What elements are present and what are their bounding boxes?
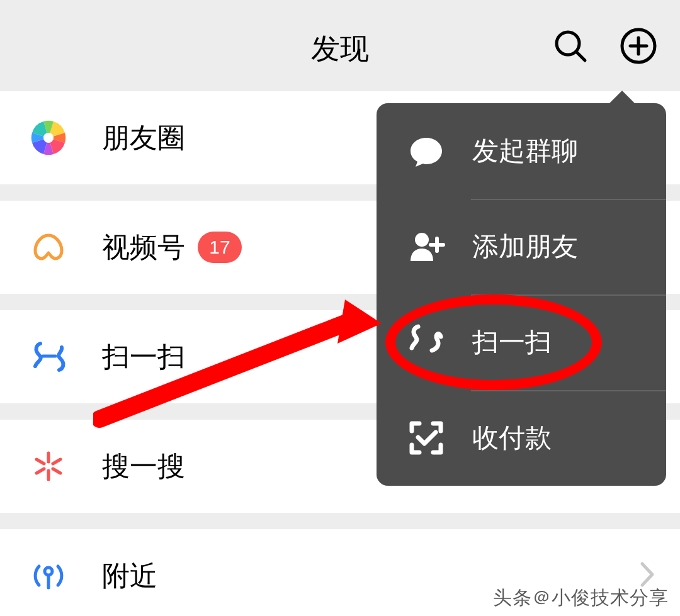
svg-line-1 bbox=[577, 52, 585, 60]
separator bbox=[0, 513, 680, 529]
row-label: 视频号 bbox=[102, 229, 185, 266]
unread-badge: 17 bbox=[198, 232, 242, 263]
payment-icon bbox=[405, 417, 447, 459]
nearby-icon bbox=[30, 557, 67, 594]
scan-icon bbox=[30, 339, 67, 375]
popup-item-money[interactable]: 收付款 bbox=[377, 390, 666, 486]
moments-icon bbox=[30, 120, 67, 156]
popup-label: 收付款 bbox=[472, 420, 552, 456]
popup-item-group-chat[interactable]: 发起群聊 bbox=[377, 103, 666, 199]
row-label: 朋友圈 bbox=[102, 120, 185, 157]
add-friend-icon bbox=[405, 226, 447, 267]
popup-item-scan[interactable]: 扫一扫 bbox=[377, 294, 666, 390]
plus-icon[interactable] bbox=[620, 27, 657, 65]
popup-label: 发起群聊 bbox=[472, 133, 578, 169]
svg-point-5 bbox=[43, 133, 54, 143]
svg-line-11 bbox=[53, 459, 60, 464]
search-asterisk-icon bbox=[30, 448, 67, 484]
svg-line-9 bbox=[53, 469, 60, 473]
row-label: 附近 bbox=[102, 557, 157, 595]
header: 发现 bbox=[0, 0, 680, 91]
watermark: 头条＠小俊技术分享 bbox=[493, 585, 669, 611]
header-actions bbox=[552, 27, 657, 65]
channels-icon bbox=[30, 229, 67, 266]
page-title: 发现 bbox=[311, 30, 369, 69]
row-label: 扫一扫 bbox=[102, 339, 185, 376]
scan-qr-icon bbox=[405, 322, 447, 363]
popup-item-add-friend[interactable]: 添加朋友 bbox=[377, 199, 666, 294]
popup-label: 扫一扫 bbox=[472, 325, 552, 360]
svg-point-14 bbox=[415, 233, 429, 247]
search-icon[interactable] bbox=[552, 27, 589, 65]
plus-popup-menu: 发起群聊 添加朋友 扫一扫 bbox=[377, 103, 666, 486]
svg-point-12 bbox=[45, 568, 52, 575]
popup-label: 添加朋友 bbox=[472, 229, 578, 264]
row-label: 搜一搜 bbox=[102, 448, 185, 485]
svg-line-8 bbox=[37, 459, 44, 464]
svg-line-10 bbox=[37, 469, 44, 473]
chat-bubble-icon bbox=[405, 130, 447, 172]
